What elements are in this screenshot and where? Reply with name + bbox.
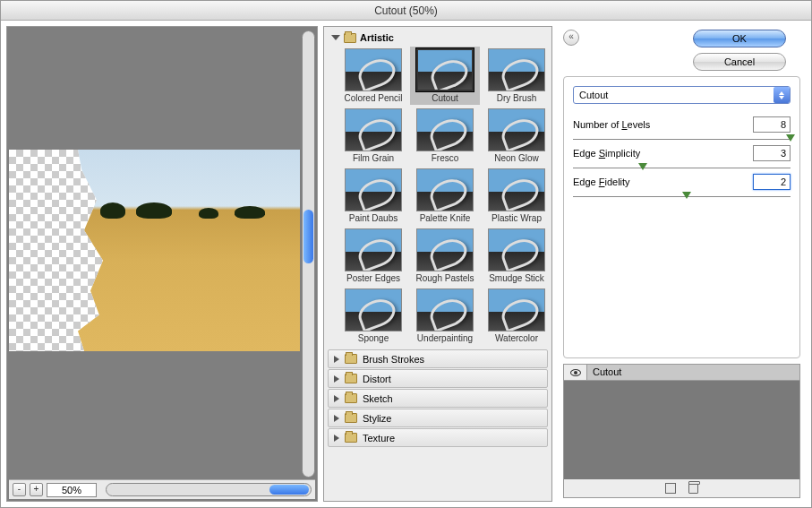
param-slider[interactable] [573, 192, 791, 202]
filter-thumb-paint-daubs[interactable]: Paint Daubs [340, 168, 406, 223]
thumb-label: Neon Glow [494, 153, 538, 163]
disclosure-right-icon [334, 415, 339, 422]
thumb-preview-icon [416, 228, 474, 271]
filter-select[interactable]: Cutout [573, 86, 791, 104]
filter-select-value: Cutout [574, 90, 774, 100]
filter-thumb-cutout[interactable]: Cutout [410, 47, 480, 105]
disclosure-right-icon [334, 375, 339, 383]
thumb-label: Sponge [358, 333, 389, 343]
category-texture[interactable]: Texture [328, 428, 548, 447]
collapse-gallery-button[interactable]: « [563, 30, 579, 46]
zoom-in-button[interactable]: + [30, 483, 43, 496]
thumb-label: Colored Pencil [344, 93, 402, 103]
preview-panel: - + 50% [6, 26, 318, 502]
filter-thumb-plastic-wrap[interactable]: Plastic Wrap [483, 168, 550, 223]
param-input[interactable]: 3 [753, 145, 791, 161]
thumb-preview-icon [488, 288, 545, 331]
ok-button[interactable]: OK [693, 30, 786, 47]
preview-canvas[interactable] [9, 29, 300, 479]
category-label: Texture [363, 433, 395, 443]
thumb-preview-icon [488, 108, 545, 151]
thumb-preview-icon [416, 288, 474, 331]
thumb-preview-icon [416, 48, 474, 91]
thumb-label: Dry Brush [497, 93, 536, 103]
category-label: Stylize [363, 413, 391, 424]
cancel-button[interactable]: Cancel [693, 53, 786, 71]
param-0: Number of Levels8 [573, 116, 791, 145]
thumb-preview-icon [488, 228, 545, 271]
thumb-preview-icon [488, 48, 545, 91]
category-label: Distort [363, 374, 391, 384]
effect-layer-row[interactable]: Cutout [587, 365, 799, 381]
thumb-preview-icon [345, 168, 402, 211]
zoom-out-button[interactable]: - [13, 483, 26, 496]
filter-thumb-palette-knife[interactable]: Palette Knife [412, 168, 478, 223]
thumb-label: Underpainting [417, 333, 473, 343]
thumb-preview-icon [416, 108, 474, 151]
category-distort[interactable]: Distort [328, 369, 548, 388]
filter-thumb-neon-glow[interactable]: Neon Glow [483, 108, 550, 163]
preview-vscroll[interactable] [302, 30, 315, 478]
thumb-preview-icon [488, 168, 545, 211]
param-slider[interactable] [573, 163, 791, 174]
filter-gallery-panel: Artistic Colored PencilCutoutDry BrushFi… [323, 26, 552, 502]
disclosure-right-icon [334, 395, 339, 402]
filter-thumb-colored-pencil[interactable]: Colored Pencil [340, 48, 406, 103]
folder-icon [344, 33, 356, 43]
disclosure-right-icon [334, 435, 339, 442]
new-effect-layer-button[interactable] [665, 483, 676, 494]
right-panel: « OK Cancel Cutout Number of Levels8Edge… [558, 26, 806, 502]
category-artistic[interactable]: Artistic [326, 29, 550, 47]
thumb-preview-icon [416, 168, 474, 211]
folder-icon [345, 354, 357, 364]
folder-icon [345, 374, 357, 383]
preview-hscroll[interactable] [106, 483, 312, 496]
filter-thumb-underpainting[interactable]: Underpainting [412, 288, 478, 343]
thumb-label: Film Grain [353, 153, 394, 163]
zoom-field[interactable]: 50% [47, 483, 97, 497]
thumb-preview-icon [345, 108, 402, 151]
delete-effect-layer-button[interactable] [688, 483, 698, 494]
filter-thumb-dry-brush[interactable]: Dry Brush [483, 48, 550, 103]
folder-icon [345, 413, 357, 423]
param-label: Edge Fidelity [573, 177, 753, 187]
thumb-preview-icon [345, 48, 402, 91]
thumb-label: Paint Daubs [349, 213, 397, 223]
param-input[interactable]: 8 [753, 116, 791, 133]
filter-thumb-rough-pastels[interactable]: Rough Pastels [412, 228, 478, 283]
thumb-label: Poster Edges [346, 273, 400, 283]
folder-icon [345, 433, 357, 443]
param-label: Number of Levels [573, 119, 753, 130]
param-1: Edge Simplicity3 [573, 145, 791, 174]
category-stylize[interactable]: Stylize [328, 409, 548, 427]
filter-thumb-poster-edges[interactable]: Poster Edges [340, 228, 406, 283]
category-sketch[interactable]: Sketch [328, 389, 548, 408]
effect-layers-body[interactable] [564, 381, 799, 479]
eye-icon [570, 369, 581, 376]
folder-icon [345, 393, 357, 403]
preview-toolbar: - + 50% [9, 479, 315, 499]
filter-gallery-window: Cutout (50%) [0, 0, 812, 508]
visibility-toggle[interactable] [564, 365, 587, 381]
thumb-label: Fresco [432, 153, 459, 163]
category-label: Sketch [363, 393, 393, 404]
disclosure-down-icon [331, 35, 340, 40]
thumb-label: Palette Knife [420, 213, 471, 223]
thumb-preview-icon [345, 228, 402, 271]
param-label: Edge Simplicity [573, 148, 753, 159]
dropdown-arrows-icon [774, 87, 790, 103]
category-label: Brush Strokes [363, 354, 424, 365]
param-2: Edge Fidelity2 [573, 174, 791, 202]
category-brush-strokes[interactable]: Brush Strokes [328, 349, 548, 368]
filter-settings-group: Cutout Number of Levels8Edge Simplicity3… [563, 76, 800, 358]
filter-thumb-film-grain[interactable]: Film Grain [340, 108, 406, 163]
filter-thumb-fresco[interactable]: Fresco [412, 108, 478, 163]
param-slider[interactable] [573, 134, 791, 145]
thumb-label: Cutout [432, 93, 457, 103]
filter-thumb-watercolor[interactable]: Watercolor [483, 288, 550, 343]
effect-layers-panel: Cutout [563, 364, 800, 498]
window-title: Cutout (50%) [1, 1, 811, 21]
filter-thumb-smudge-stick[interactable]: Smudge Stick [483, 228, 550, 283]
filter-thumb-sponge[interactable]: Sponge [340, 288, 406, 343]
param-input[interactable]: 2 [753, 174, 791, 190]
